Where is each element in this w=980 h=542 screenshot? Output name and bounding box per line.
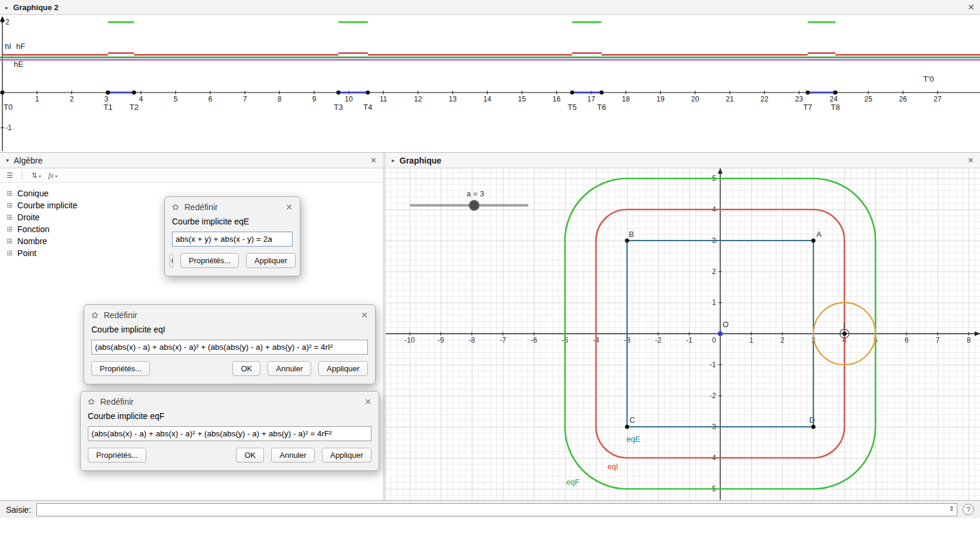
point-T7[interactable]	[806, 91, 810, 95]
collapse-triangle-icon[interactable]: ▸	[5, 4, 8, 11]
eqI-cancel-button[interactable]: Annuler	[268, 361, 311, 376]
point-T1[interactable]	[106, 91, 110, 95]
svg-text:17: 17	[587, 95, 595, 103]
svg-text:T3: T3	[334, 103, 343, 112]
eqI-apply-button[interactable]: Appliquer	[318, 361, 368, 376]
expand-icon[interactable]: ⊞	[7, 189, 13, 198]
svg-text:10: 10	[345, 95, 353, 103]
point-T5[interactable]	[570, 91, 575, 95]
svg-text:eqI: eqI	[607, 462, 618, 471]
grid	[386, 168, 980, 501]
algebra-title: Algèbre	[14, 156, 42, 165]
eqI-ok-button[interactable]: OK	[232, 361, 260, 376]
sort-objects-icon[interactable]: ⇅▾	[29, 171, 44, 180]
svg-text:0: 0	[712, 336, 716, 344]
dialog-titlebar[interactable]: ✿ Redéfinir ✕	[81, 392, 379, 410]
point-O[interactable]	[718, 331, 723, 336]
svg-text:I: I	[843, 321, 846, 330]
dialog-title: Redéfinir	[104, 310, 137, 320]
svg-text:11: 11	[380, 95, 388, 103]
list-view-icon[interactable]: ☰	[4, 171, 16, 180]
equation-input-eqE[interactable]	[172, 232, 293, 247]
expand-icon[interactable]: ⊞	[7, 201, 13, 210]
equation-input-eqF[interactable]	[88, 426, 371, 441]
expand-icon[interactable]: ⊞	[7, 237, 13, 245]
dialog-subject: Courbe implicite eqI	[91, 325, 368, 334]
saisie-input[interactable]	[36, 503, 957, 516]
algebra-header: ▾ Algèbre ✕	[0, 153, 383, 168]
point-T8[interactable]	[834, 91, 838, 95]
point-B[interactable]	[625, 239, 629, 243]
svg-text:6: 6	[905, 336, 909, 344]
point-T0[interactable]	[1, 91, 5, 95]
dialog-body: Courbe implicite eqF	[81, 410, 379, 441]
close-icon[interactable]: ✕	[361, 310, 368, 320]
close-icon[interactable]: ✕	[364, 397, 371, 406]
close-view2-icon[interactable]: ✕	[967, 2, 975, 12]
point-T2[interactable]	[132, 91, 136, 95]
svg-text:15: 15	[518, 95, 526, 103]
timeline-axes	[0, 16, 980, 151]
point-D[interactable]	[812, 425, 816, 429]
equation-input-eqI[interactable]	[91, 340, 368, 355]
svg-text:hF: hF	[16, 42, 25, 51]
help-icon[interactable]: ?	[963, 504, 974, 515]
dialog-title: Redéfinir	[185, 202, 218, 212]
svg-text:T5: T5	[568, 103, 577, 112]
svg-text:T6: T6	[597, 103, 606, 112]
updown-arrows-icon[interactable]: ⇕	[949, 505, 954, 513]
eqE-apply-button[interactable]: Appliquer	[246, 253, 296, 268]
timeline-canvas[interactable]: 1234567891011121314151617181920212223242…	[0, 15, 980, 152]
collapse-triangle-icon[interactable]: ▸	[392, 157, 395, 164]
slider-handle[interactable]	[469, 201, 480, 211]
eqF-cancel-button[interactable]: Annuler	[271, 448, 315, 463]
close-algebra-icon[interactable]: ✕	[370, 156, 377, 165]
eqI-properties-button[interactable]: Propriétés...	[91, 361, 150, 376]
eqE-ok-button-clipped[interactable]: OK	[170, 253, 173, 268]
svg-text:1: 1	[749, 336, 754, 344]
point-A[interactable]	[812, 239, 816, 243]
expand-icon[interactable]: ⊞	[7, 213, 13, 221]
expand-icon[interactable]: ⊞	[7, 225, 13, 233]
dialog-body: Courbe implicite eqI	[84, 324, 375, 355]
graph-canvas[interactable]: -10-9-8-7-6-5-4-3-2-112345678-5-4-3-2-11…	[386, 168, 980, 501]
timeline-tick-labels: 1234567891011121314151617181920212223242…	[1, 18, 942, 132]
svg-text:T1: T1	[103, 103, 112, 112]
eqF-ok-button[interactable]: OK	[236, 448, 264, 463]
eqE-properties-button[interactable]: Propriétés...	[180, 253, 239, 268]
point-T6[interactable]	[600, 91, 604, 95]
fx-format-icon[interactable]: fx▾	[46, 170, 60, 181]
point-C[interactable]	[625, 425, 629, 429]
collapse-triangle-icon[interactable]: ▾	[6, 157, 9, 164]
eqF-apply-button[interactable]: Appliquer	[322, 448, 371, 463]
algebra-toolbar: ☰ ❘ ⇅▾ fx▾	[0, 168, 383, 183]
svg-text:3: 3	[105, 95, 109, 103]
timeline-functions[interactable]	[0, 22, 980, 93]
svg-text:eqE: eqE	[626, 435, 640, 444]
close-graphics-icon[interactable]: ✕	[967, 156, 974, 165]
point-T4[interactable]	[366, 91, 370, 95]
point-T3[interactable]	[336, 91, 340, 95]
svg-text:D: D	[809, 415, 815, 424]
svg-text:2: 2	[712, 267, 716, 276]
svg-text:T8: T8	[831, 103, 840, 112]
point-I[interactable]	[843, 332, 847, 336]
close-icon[interactable]: ✕	[285, 202, 293, 212]
svg-text:-1: -1	[686, 336, 693, 344]
svg-text:19: 19	[656, 95, 665, 103]
dialog-buttons: Propriétés... OK Annuler Appliquer	[84, 355, 375, 384]
geogebra-logo-icon: ✿	[88, 397, 95, 406]
svg-text:-1: -1	[5, 124, 12, 132]
svg-text:T7: T7	[803, 103, 812, 112]
expand-icon[interactable]: ⊞	[7, 249, 13, 257]
dialog-titlebar[interactable]: ✿ Redéfinir ✕	[165, 197, 300, 215]
redefine-dialog-eqF: ✿ Redéfinir ✕ Courbe implicite eqF Propr…	[80, 391, 379, 471]
svg-text:T4: T4	[363, 103, 372, 112]
svg-text:A: A	[816, 230, 822, 239]
svg-text:12: 12	[414, 95, 422, 103]
dialog-titlebar[interactable]: ✿ Redéfinir ✕	[84, 305, 375, 324]
saisie-label: Saisie:	[6, 505, 31, 515]
geogebra-logo-icon: ✿	[91, 310, 99, 320]
graphics-header: ▸ Graphique ✕	[386, 153, 980, 168]
eqF-properties-button[interactable]: Propriétés...	[88, 448, 146, 463]
